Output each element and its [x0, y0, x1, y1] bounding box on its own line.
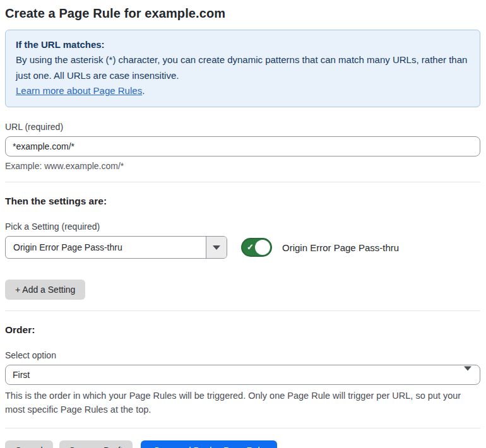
divider	[5, 310, 480, 311]
url-example-helper: Example: www.example.com/*	[5, 161, 480, 171]
setting-dropdown[interactable]: Origin Error Page Pass-thru	[5, 236, 227, 259]
chevron-down-icon	[213, 245, 220, 250]
add-setting-button[interactable]: + Add a Setting	[5, 280, 85, 300]
url-match-info-box: If the URL matches: By using the asteris…	[5, 30, 480, 107]
info-box-link-line: Learn more about Page Rules.	[16, 83, 470, 98]
order-section-heading: Order:	[5, 324, 480, 336]
check-icon: ✓	[247, 243, 254, 251]
url-field-label: URL (required)	[5, 122, 480, 132]
select-caret-icon	[464, 371, 471, 381]
divider	[5, 182, 480, 182]
url-input[interactable]	[5, 136, 480, 156]
divider	[5, 428, 480, 428]
setting-dropdown-arrow-button[interactable]	[206, 237, 227, 258]
learn-more-link[interactable]: Learn more about Page Rules	[16, 85, 142, 96]
order-select[interactable]: First	[5, 365, 480, 385]
settings-section-heading: Then the settings are:	[5, 196, 480, 207]
footer-actions: Cancel Save as Draft Save and Deploy Pag…	[5, 440, 480, 448]
order-helper-text: This is the order in which your Page Rul…	[5, 389, 472, 417]
order-select-label: Select option	[5, 350, 480, 360]
toggle-knob	[255, 240, 270, 255]
create-page-rule-panel: Create a Page Rule for example.com If th…	[0, 0, 486, 448]
save-draft-button[interactable]: Save as Draft	[59, 440, 133, 448]
page-title: Create a Page Rule for example.com	[5, 6, 480, 21]
cancel-button[interactable]: Cancel	[5, 440, 53, 448]
save-deploy-button[interactable]: Save and Deploy Page Rule	[141, 440, 277, 448]
link-period: .	[142, 85, 145, 96]
info-box-heading: If the URL matches:	[16, 37, 470, 52]
setting-toggle[interactable]: ✓	[241, 238, 272, 257]
setting-toggle-label: Origin Error Page Pass-thru	[282, 242, 399, 253]
setting-dropdown-value: Origin Error Page Pass-thru	[6, 237, 206, 258]
setting-row: Origin Error Page Pass-thru ✓ Origin Err…	[5, 236, 480, 259]
pick-setting-label: Pick a Setting (required)	[5, 221, 480, 232]
info-box-body: By using the asterisk (*) character, you…	[16, 52, 470, 83]
order-select-value: First	[13, 370, 30, 380]
